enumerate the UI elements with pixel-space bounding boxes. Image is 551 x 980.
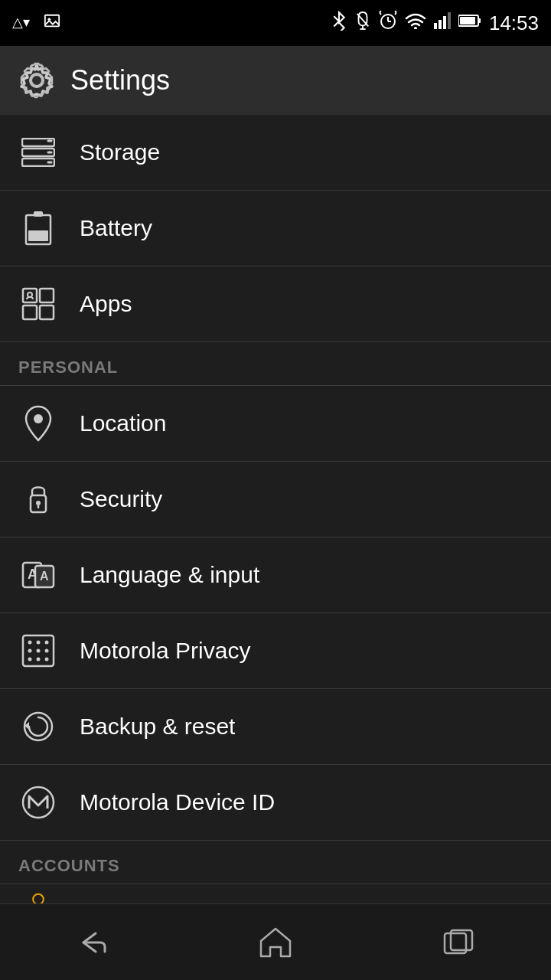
motorola-privacy-label: Motorola Privacy [80, 638, 250, 664]
status-time: 14:53 [489, 11, 539, 35]
svg-point-49 [37, 658, 41, 662]
svg-rect-12 [443, 16, 446, 29]
svg-rect-11 [439, 20, 442, 29]
settings-header: Settings [0, 46, 551, 115]
svg-point-53 [23, 787, 54, 818]
account-icon-partial [18, 884, 58, 903]
settings-item-motorola-privacy[interactable]: Motorola Privacy [0, 613, 551, 688]
battery-icon [458, 13, 481, 33]
status-left-icons: △▾ [12, 13, 63, 34]
settings-item-apps[interactable]: Apps [0, 266, 551, 341]
network-icon [434, 12, 451, 34]
svg-rect-1 [45, 15, 59, 27]
image-icon [41, 13, 63, 33]
svg-point-35 [36, 501, 41, 505]
svg-point-45 [28, 649, 32, 653]
status-bar: △▾ [0, 0, 551, 46]
home-button[interactable] [245, 920, 306, 965]
svg-rect-26 [34, 211, 43, 217]
mute-icon [354, 11, 371, 35]
battery-item-icon [18, 208, 58, 248]
bottom-navigation [0, 903, 551, 980]
apps-label: Apps [80, 291, 132, 317]
settings-item-partial[interactable] [0, 884, 551, 903]
svg-point-50 [45, 658, 49, 662]
battery-label: Battery [80, 215, 152, 241]
settings-list: Storage Battery Apps [0, 115, 551, 903]
svg-point-46 [37, 649, 41, 653]
settings-item-motorola-device[interactable]: Motorola Device ID [0, 765, 551, 840]
status-right-icons: 14:53 [331, 11, 539, 35]
location-label: Location [80, 410, 166, 436]
svg-point-42 [28, 641, 32, 645]
svg-rect-29 [40, 289, 54, 302]
svg-point-54 [33, 894, 44, 903]
motorola-logo-icon [18, 782, 58, 822]
apps-icon [18, 284, 58, 324]
language-label: Language & input [80, 562, 259, 588]
settings-item-storage[interactable]: Storage [0, 115, 551, 190]
back-button[interactable] [61, 920, 122, 965]
svg-rect-16 [478, 18, 481, 23]
svg-point-33 [34, 414, 43, 423]
bluetooth-icon [331, 11, 347, 35]
alarm-icon [379, 11, 397, 35]
svg-point-48 [28, 658, 32, 662]
motorola-privacy-icon [18, 631, 58, 671]
security-label: Security [80, 486, 162, 512]
recents-button[interactable] [429, 920, 490, 965]
svg-text:A: A [40, 570, 49, 583]
motorola-device-label: Motorola Device ID [80, 789, 275, 815]
location-icon [18, 403, 58, 443]
backup-icon [18, 707, 58, 746]
settings-gear-icon [18, 62, 55, 99]
settings-item-backup[interactable]: Backup & reset [0, 689, 551, 764]
svg-rect-15 [460, 17, 475, 24]
settings-title: Settings [70, 64, 170, 96]
svg-point-44 [45, 641, 49, 645]
settings-item-language[interactable]: A A Language & input [0, 537, 551, 612]
accounts-section-header: ACCOUNTS [0, 841, 551, 884]
svg-text:△▾: △▾ [12, 15, 30, 30]
security-icon [18, 479, 58, 519]
svg-point-47 [45, 649, 49, 653]
svg-point-43 [37, 641, 41, 645]
settings-item-battery[interactable]: Battery [0, 191, 551, 266]
language-icon: A A [18, 555, 58, 595]
signal-icon: △▾ [12, 13, 35, 34]
storage-icon [18, 132, 58, 172]
svg-rect-31 [40, 305, 54, 319]
svg-rect-28 [23, 289, 37, 302]
personal-section-header: PERSONAL [0, 342, 551, 385]
svg-rect-30 [23, 305, 37, 319]
svg-rect-10 [434, 23, 437, 29]
storage-label: Storage [80, 139, 160, 165]
settings-item-security[interactable]: Security [0, 462, 551, 537]
svg-rect-13 [448, 12, 451, 29]
wifi-icon [405, 12, 426, 34]
svg-point-18 [31, 74, 43, 87]
backup-label: Backup & reset [80, 714, 235, 740]
settings-item-location[interactable]: Location [0, 386, 551, 461]
svg-point-9 [414, 27, 417, 29]
svg-rect-27 [28, 230, 48, 241]
